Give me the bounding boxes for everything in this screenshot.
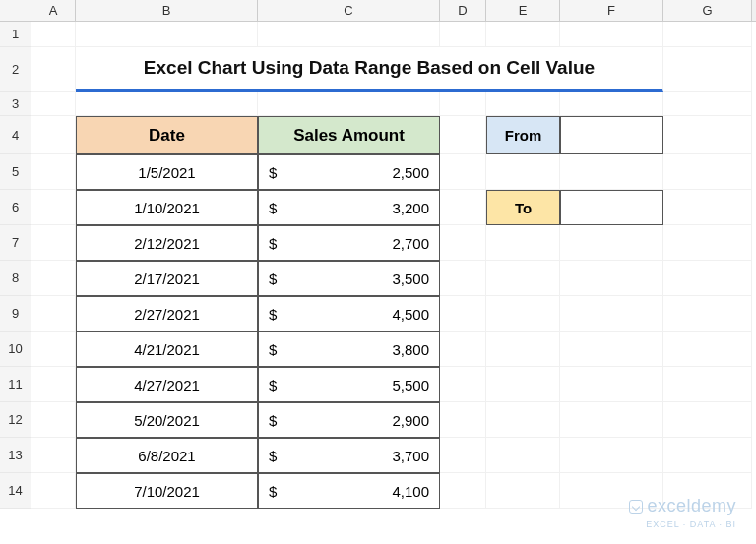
cell-E14[interactable]: [486, 473, 560, 509]
cell-A12[interactable]: [32, 402, 76, 438]
cell-D3[interactable]: [440, 92, 486, 116]
cell-F1[interactable]: [560, 22, 663, 47]
cell-G11[interactable]: [663, 367, 752, 402]
row-header-5[interactable]: 5: [0, 154, 32, 190]
cell-date-8[interactable]: 6/8/2021: [76, 438, 258, 473]
cell-date-6[interactable]: 4/27/2021: [76, 367, 258, 402]
cell-F9[interactable]: [560, 296, 663, 332]
cell-A4[interactable]: [32, 116, 76, 154]
cell-G2[interactable]: [663, 47, 752, 92]
cell-E3[interactable]: [486, 92, 560, 116]
cell-D10[interactable]: [440, 332, 486, 367]
cell-A1[interactable]: [32, 22, 76, 47]
cell-G12[interactable]: [663, 402, 752, 438]
cell-D5[interactable]: [440, 154, 486, 190]
cell-E9[interactable]: [486, 296, 560, 332]
cell-A8[interactable]: [32, 261, 76, 296]
row-header-10[interactable]: 10: [0, 332, 32, 367]
cell-amount-4[interactable]: $4,500: [258, 296, 440, 332]
row-header-2[interactable]: 2: [0, 47, 32, 92]
cell-A10[interactable]: [32, 332, 76, 367]
cell-D14[interactable]: [440, 473, 486, 509]
cell-amount-1[interactable]: $ 3,200: [258, 190, 440, 225]
cell-A5[interactable]: [32, 154, 76, 190]
cell-amount-9[interactable]: $4,100: [258, 473, 440, 509]
cell-date-0[interactable]: 1/5/2021: [76, 154, 258, 190]
cell-F14[interactable]: [560, 473, 663, 509]
row-header-3[interactable]: 3: [0, 92, 32, 116]
col-header-G[interactable]: G: [663, 0, 752, 21]
cell-amount-0[interactable]: $ 2,500: [258, 154, 440, 190]
cell-G4[interactable]: [663, 116, 752, 154]
cell-E12[interactable]: [486, 402, 560, 438]
cell-D9[interactable]: [440, 296, 486, 332]
cell-date-7[interactable]: 5/20/2021: [76, 402, 258, 438]
cell-A11[interactable]: [32, 367, 76, 402]
cell-date-1[interactable]: 1/10/2021: [76, 190, 258, 225]
cell-G9[interactable]: [663, 296, 752, 332]
cell-G10[interactable]: [663, 332, 752, 367]
cell-F12[interactable]: [560, 402, 663, 438]
cell-G5[interactable]: [663, 154, 752, 190]
select-all-corner[interactable]: [0, 0, 32, 21]
cell-E7[interactable]: [486, 225, 560, 261]
cell-amount-7[interactable]: $2,900: [258, 402, 440, 438]
cell-amount-6[interactable]: $5,500: [258, 367, 440, 402]
row-header-6[interactable]: 6: [0, 190, 32, 225]
cell-F10[interactable]: [560, 332, 663, 367]
row-header-13[interactable]: 13: [0, 438, 32, 473]
cell-E8[interactable]: [486, 261, 560, 296]
col-header-A[interactable]: A: [32, 0, 76, 21]
cell-A13[interactable]: [32, 438, 76, 473]
row-header-14[interactable]: 14: [0, 473, 32, 509]
cell-F3[interactable]: [560, 92, 663, 116]
cell-amount-3[interactable]: $3,500: [258, 261, 440, 296]
page-title[interactable]: Excel Chart Using Data Range Based on Ce…: [76, 47, 663, 92]
cell-B3[interactable]: [76, 92, 258, 116]
cell-C3[interactable]: [258, 92, 440, 116]
cell-D7[interactable]: [440, 225, 486, 261]
col-header-B[interactable]: B: [76, 0, 258, 21]
input-to[interactable]: [560, 190, 663, 225]
row-header-7[interactable]: 7: [0, 225, 32, 261]
cell-D1[interactable]: [440, 22, 486, 47]
cell-E1[interactable]: [486, 22, 560, 47]
cell-G13[interactable]: [663, 438, 752, 473]
col-header-E[interactable]: E: [486, 0, 560, 21]
cell-date-3[interactable]: 2/17/2021: [76, 261, 258, 296]
cell-G1[interactable]: [663, 22, 752, 47]
cell-E5[interactable]: [486, 154, 560, 190]
cell-B1[interactable]: [76, 22, 258, 47]
cell-G7[interactable]: [663, 225, 752, 261]
cell-G3[interactable]: [663, 92, 752, 116]
cell-F5[interactable]: [560, 154, 663, 190]
input-from[interactable]: [560, 116, 663, 154]
cell-A3[interactable]: [32, 92, 76, 116]
row-header-4[interactable]: 4: [0, 116, 32, 154]
cell-D4[interactable]: [440, 116, 486, 154]
cell-D13[interactable]: [440, 438, 486, 473]
header-amount[interactable]: Sales Amount: [258, 116, 440, 154]
cell-D11[interactable]: [440, 367, 486, 402]
cell-date-9[interactable]: 7/10/2021: [76, 473, 258, 509]
cell-E13[interactable]: [486, 438, 560, 473]
row-header-9[interactable]: 9: [0, 296, 32, 332]
cell-A2[interactable]: [32, 47, 76, 92]
row-header-8[interactable]: 8: [0, 261, 32, 296]
cell-E10[interactable]: [486, 332, 560, 367]
cell-A14[interactable]: [32, 473, 76, 509]
cell-A9[interactable]: [32, 296, 76, 332]
cell-date-2[interactable]: 2/12/2021: [76, 225, 258, 261]
cell-C1[interactable]: [258, 22, 440, 47]
cell-A6[interactable]: [32, 190, 76, 225]
row-header-12[interactable]: 12: [0, 402, 32, 438]
row-header-11[interactable]: 11: [0, 367, 32, 402]
cell-G6[interactable]: [663, 190, 752, 225]
cell-date-5[interactable]: 4/21/2021: [76, 332, 258, 367]
label-to[interactable]: To: [486, 190, 560, 225]
cell-date-4[interactable]: 2/27/2021: [76, 296, 258, 332]
cell-G8[interactable]: [663, 261, 752, 296]
cell-amount-8[interactable]: $3,700: [258, 438, 440, 473]
cell-F13[interactable]: [560, 438, 663, 473]
cell-A7[interactable]: [32, 225, 76, 261]
